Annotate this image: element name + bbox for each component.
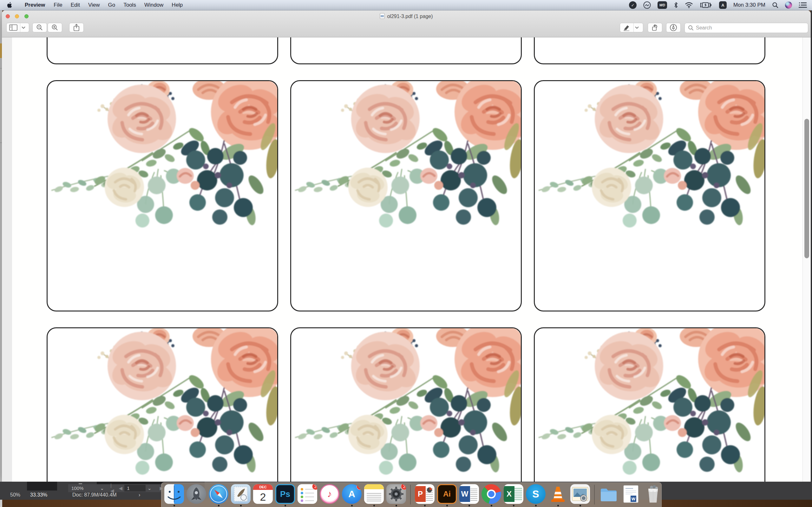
creative-cloud-icon[interactable] (643, 1, 651, 9)
timeline-zoom-value[interactable]: 100% (71, 486, 84, 491)
menu-preview[interactable]: Preview (20, 2, 49, 8)
running-indicator (396, 505, 397, 506)
share-button[interactable] (69, 23, 84, 32)
wifi-icon[interactable] (685, 1, 693, 9)
search-input[interactable]: Search (684, 23, 808, 33)
calendar-month: DEC (253, 484, 273, 490)
dock-skype[interactable]: S (525, 484, 546, 506)
preview-window: ol291-3.pdf (1 page) (2, 10, 811, 482)
calendar-day: 2 (253, 490, 273, 504)
dock-downloads-folder[interactable] (599, 484, 619, 506)
highlight-button[interactable] (620, 23, 643, 32)
running-indicator (351, 505, 353, 506)
search-placeholder: Search (696, 25, 712, 31)
dock-excel[interactable]: X (503, 484, 524, 506)
dock-launchpad[interactable] (186, 484, 206, 506)
svg-text:W: W (631, 497, 636, 501)
dock-word[interactable]: W (459, 484, 479, 506)
zoom-in-button[interactable] (48, 23, 62, 32)
dock-illustrator[interactable]: Ai (437, 484, 457, 506)
label-card-r1c2 (290, 38, 522, 64)
running-indicator (579, 505, 581, 506)
frame-number-field[interactable]: 1 (124, 485, 146, 492)
sidebar-toggle-button[interactable] (6, 23, 29, 32)
label-card-r3c2 (290, 327, 522, 482)
running-indicator (424, 505, 426, 506)
dock-photoshop[interactable]: Ps (275, 484, 295, 506)
bluetooth-icon[interactable] (674, 1, 678, 9)
ps-status-chevron[interactable]: › (139, 492, 140, 498)
label-card-r1c3 (534, 38, 765, 64)
window-titlebar: ol291-3.pdf (1 page) (2, 10, 811, 38)
dock-mail[interactable] (231, 484, 251, 506)
dock-system-preferences[interactable]: 2 (386, 484, 406, 506)
dock-separator (594, 485, 595, 504)
check-circle-status-icon[interactable]: ✓ (629, 1, 637, 9)
menu-tools[interactable]: Tools (119, 2, 140, 8)
ps-doc-size: Doc: 87.9M/440.4M (72, 492, 117, 498)
running-indicator (513, 505, 514, 506)
running-indicator (468, 505, 470, 506)
running-indicator (557, 505, 559, 506)
menu-window[interactable]: Window (140, 2, 167, 8)
running-indicator (535, 505, 537, 506)
dock-reminders[interactable]: 2 (297, 484, 317, 506)
apple-menu-icon[interactable] (7, 2, 12, 8)
timeline-zoom-dropdown[interactable]: ⌄ (100, 486, 104, 491)
menu-clock[interactable]: Mon 3:30 PM (733, 2, 765, 8)
dock-word-document[interactable]: W (621, 484, 641, 506)
menu-file[interactable]: File (49, 2, 66, 8)
running-indicator (173, 505, 175, 506)
dock-notes[interactable] (364, 484, 384, 506)
running-indicator (218, 505, 219, 506)
dock: DEC 2 Ps 2 ♪ A 5 (161, 482, 662, 507)
rotate-button[interactable] (648, 23, 662, 32)
dock-itunes[interactable]: ♪ (319, 484, 340, 506)
dock-vlc[interactable] (548, 484, 568, 506)
dock-chrome[interactable] (481, 484, 502, 506)
spotlight-icon[interactable] (772, 1, 778, 9)
menu-view[interactable]: View (84, 2, 104, 8)
dock-preview-app[interactable] (570, 484, 590, 506)
dock-safari[interactable] (208, 484, 229, 506)
pdf-viewport[interactable] (2, 38, 811, 482)
running-indicator (240, 505, 242, 506)
menu-edit[interactable]: Edit (67, 2, 84, 8)
label-card-r3c1 (47, 327, 278, 482)
frame-dropdown[interactable]: ⌄ (148, 486, 152, 491)
pdf-doc-icon (380, 13, 385, 20)
label-card-r2c1 (47, 80, 278, 312)
notification-center-icon[interactable] (799, 1, 807, 9)
dock-calendar[interactable]: DEC 2 (253, 484, 273, 506)
menu-help[interactable]: Help (167, 2, 187, 8)
running-indicator (446, 505, 448, 506)
dock-powerpoint[interactable]: P (415, 484, 435, 506)
prev-frame-button[interactable]: ◀ (119, 486, 123, 491)
dock-app-store[interactable]: A 5 (342, 484, 362, 506)
running-indicator (373, 505, 375, 506)
label-card-r2c2 (290, 80, 522, 312)
label-card-r3c3 (534, 327, 765, 482)
scrollbar-thumb[interactable] (804, 119, 809, 258)
ps-zoom-doc[interactable]: 33.33% (30, 492, 47, 498)
label-card-r1c1 (47, 38, 278, 64)
menu-go[interactable]: Go (104, 2, 119, 8)
zoom-out-button[interactable] (32, 23, 47, 32)
dock-finder[interactable] (164, 484, 184, 506)
window-title: ol291-3.pdf (1 page) (2, 13, 811, 20)
label-card-r2c3 (534, 80, 765, 312)
input-source-icon[interactable]: A (719, 1, 727, 9)
menu-bar: Preview File Edit View Go Tools Window H… (0, 0, 812, 10)
battery-charging-icon[interactable] (700, 1, 712, 9)
background-right-sliver (811, 10, 812, 482)
ps-zoom-left[interactable]: 50% (10, 492, 20, 498)
running-indicator (491, 505, 492, 506)
timeline-controls: 100% ⌄ |◀ ◀ 1 ⌄ ▶ (68, 484, 163, 492)
desktop: Preview File Edit View Go Tools Window H… (0, 0, 812, 507)
dock-trash[interactable] (643, 484, 663, 506)
wd-drive-icon[interactable]: WD (658, 1, 667, 9)
dock-separator (410, 485, 411, 504)
vertical-scrollbar[interactable] (803, 38, 811, 482)
markup-toolbar-button[interactable] (666, 23, 681, 32)
siri-icon[interactable] (785, 2, 792, 9)
